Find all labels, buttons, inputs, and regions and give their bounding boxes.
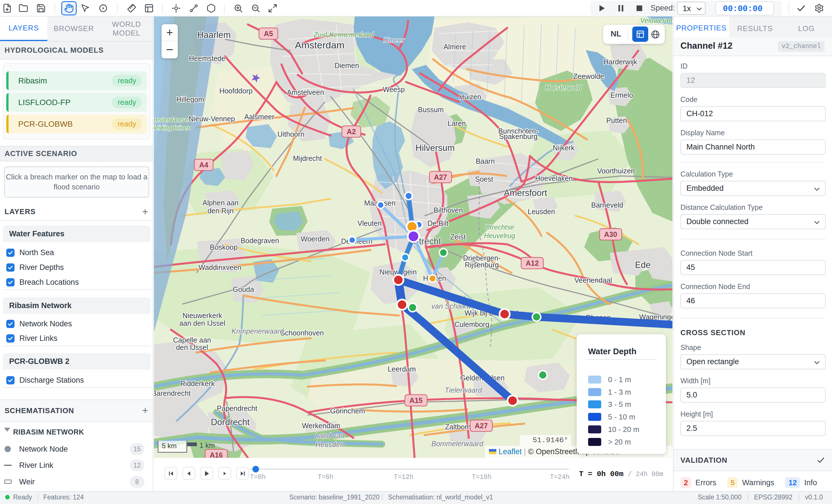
svg-text:A30: A30 (604, 230, 617, 238)
svg-text:Heusden: Heusden (315, 441, 344, 448)
svg-text:Barendrecht: Barendrecht (154, 389, 191, 397)
svg-text:Waddinxveen: Waddinxveen (199, 263, 242, 271)
svg-text:Soest: Soest (475, 175, 493, 183)
svg-text:Huizen: Huizen (459, 93, 481, 101)
svg-text:Voorthuizen: Voorthuizen (597, 167, 635, 175)
svg-text:Leerdam: Leerdam (388, 365, 416, 373)
svg-text:Bussum: Bussum (418, 106, 444, 114)
svg-text:Ermelo: Ermelo (610, 91, 633, 99)
svg-text:Hilversum: Hilversum (415, 143, 455, 153)
svg-text:Harderwijk: Harderwijk (603, 58, 638, 66)
svg-text:Mijdrecht: Mijdrecht (293, 154, 322, 162)
svg-text:Horsterwold: Horsterwold (545, 84, 582, 91)
svg-text:Laren: Laren (448, 119, 466, 127)
svg-text:Leusden: Leusden (528, 207, 555, 216)
svg-text:den IJssel: den IJssel (176, 343, 208, 352)
svg-text:Amersfoort: Amersfoort (504, 188, 547, 198)
svg-text:A16: A16 (210, 451, 223, 458)
svg-text:Hoofddorp: Hoofddorp (219, 87, 253, 95)
svg-text:Veluwerand: Veluwerand (640, 17, 672, 24)
svg-text:Weesp: Weesp (383, 85, 405, 93)
svg-text:Diemen: Diemen (335, 61, 359, 69)
svg-text:A12: A12 (526, 259, 539, 267)
svg-text:Dordrecht: Dordrecht (211, 417, 250, 427)
svg-text:A27: A27 (475, 422, 488, 430)
svg-text:Uithoorn: Uithoorn (278, 130, 305, 138)
svg-text:Hillegom: Hillegom (176, 95, 204, 103)
svg-text:Nieuwerkerk: Nieuwerkerk (183, 311, 222, 319)
svg-text:aan den IJssel: aan den IJssel (179, 319, 225, 327)
svg-text:Nijkerk: Nijkerk (553, 144, 575, 152)
svg-text:A27: A27 (434, 173, 447, 181)
svg-text:Gorinchem: Gorinchem (330, 407, 365, 415)
svg-text:Barneveld: Barneveld (591, 201, 623, 209)
svg-text:msterdamse: msterdamse (154, 116, 188, 123)
svg-text:Zuid-Kennemerland: Zuid-Kennemerland (313, 31, 374, 38)
svg-text:Zeist: Zeist (450, 233, 466, 241)
svg-text:Gouda: Gouda (233, 285, 254, 293)
svg-text:Almere: Almere (443, 43, 466, 51)
svg-text:Bilthoven: Bilthoven (434, 206, 463, 214)
svg-text:Haarlem: Haarlem (197, 30, 231, 40)
svg-text:Amsterdam: Amsterdam (295, 39, 344, 50)
svg-text:Amstelveen: Amstelveen (287, 88, 324, 96)
svg-text:IJmeer: IJmeer (383, 36, 404, 44)
svg-text:Heemstede: Heemstede (189, 54, 225, 62)
svg-text:Rijsenburg: Rijsenburg (465, 261, 499, 269)
svg-text:Boskoop: Boskoop (210, 243, 237, 251)
svg-text:Baarn: Baarn (476, 157, 495, 165)
svg-text:Utrechtse: Utrechtse (485, 223, 514, 231)
svg-text:Ede: Ede (635, 260, 650, 270)
svg-text:A5: A5 (264, 30, 273, 37)
svg-text:Culemborg: Culemborg (454, 320, 489, 328)
svg-text:Tielerwaard: Tielerwaard (445, 386, 482, 394)
svg-text:De Bilt: De Bilt (427, 219, 448, 227)
svg-text:Heuvelrug: Heuvelrug (484, 232, 515, 240)
svg-text:Putten: Putten (606, 116, 627, 124)
svg-text:A2: A2 (347, 128, 356, 136)
svg-text:Bodegraven: Bodegraven (241, 236, 279, 245)
svg-text:Woerden: Woerden (301, 235, 330, 243)
svg-text:Spakenburg: Spakenburg (499, 132, 538, 140)
svg-text:Alphen aan: Alphen aan (203, 199, 239, 207)
svg-text:Krimpenerwaard: Krimpenerwaard (231, 327, 284, 335)
svg-text:A15: A15 (410, 396, 422, 404)
svg-text:Hoevelaken: Hoevelaken (535, 174, 573, 182)
svg-text:Werkendam: Werkendam (302, 422, 340, 430)
svg-text:Schoonhoven: Schoonhoven (280, 329, 324, 337)
svg-text:A4: A4 (199, 161, 208, 169)
svg-text:Vleuten: Vleuten (358, 219, 382, 227)
svg-text:Nieuw-Vennep: Nieuw-Vennep (189, 115, 235, 123)
svg-text:Land van: Land van (315, 432, 344, 440)
svg-text:Papendrecht: Papendrecht (217, 404, 257, 412)
svg-text:rleidingduinen: rleidingduinen (154, 124, 191, 131)
svg-text:Aalsmeer: Aalsmeer (244, 113, 275, 121)
svg-text:Zeewolde: Zeewolde (573, 72, 604, 80)
svg-text:Ridderkerk: Ridderkerk (180, 380, 215, 388)
svg-text:Veenendaal: Veenendaal (574, 276, 612, 284)
svg-text:Capelle aan: Capelle aan (173, 336, 211, 344)
svg-text:den Rijn: den Rijn (207, 207, 234, 215)
svg-text:Bommelerwaard: Bommelerwaard (432, 440, 484, 448)
